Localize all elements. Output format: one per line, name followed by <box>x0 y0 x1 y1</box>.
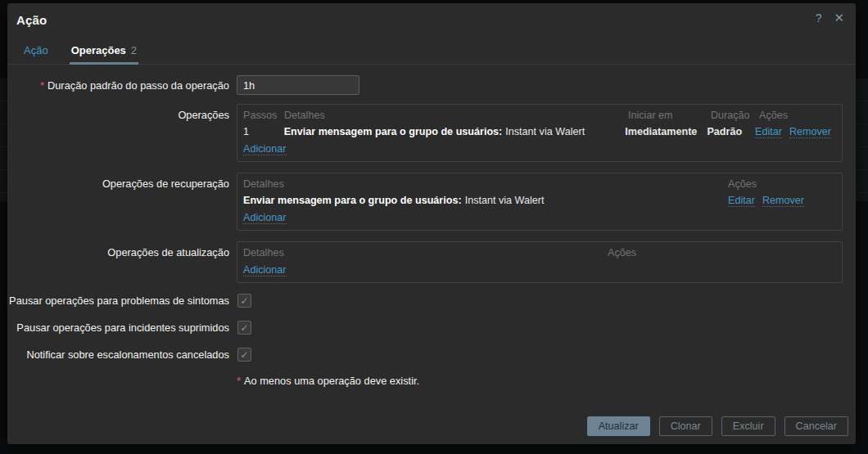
operations-table: Passos Detalhes Iniciar em Duração Ações… <box>237 104 843 162</box>
pause-suppressed-label: Pausar operações para incidentes suprimi… <box>7 321 237 335</box>
pause-symptom-checkbox[interactable]: ✓ <box>237 294 251 308</box>
update-operations-row: Operações de atualização Detalhes Ações … <box>7 241 856 283</box>
update-add-row: Adicionar <box>237 260 842 282</box>
recovery-details-type: Enviar mensagem para o grupo de usuários… <box>243 195 462 206</box>
operations-form: *Duração padrão do passo da operação Ope… <box>7 65 856 387</box>
notify-cancelled-checkbox[interactable]: ✓ <box>237 348 251 362</box>
update-button[interactable]: Atualizar <box>587 416 650 436</box>
notify-cancelled-label: Notificar sobre escalonamentos cancelado… <box>7 348 237 362</box>
notify-cancelled-row: Notificar sobre escalonamentos cancelado… <box>7 348 856 362</box>
dialog-title: Ação <box>16 13 47 27</box>
operation-step: 1 <box>237 123 278 139</box>
header-acoes: Ações <box>753 105 842 123</box>
help-icon[interactable]: ? <box>816 11 822 25</box>
operation-table-row: 1 Enviar mensagem para o grupo de usuári… <box>237 123 842 139</box>
recovery-operations-label: Operações de recuperação <box>7 173 237 191</box>
dialog-header: Ação ? ✕ <box>7 3 856 27</box>
operations-table-header: Passos Detalhes Iniciar em Duração Ações <box>237 105 842 123</box>
pause-symptom-label: Pausar operações para problemas de sinto… <box>7 294 237 308</box>
recovery-add-row: Adicionar <box>237 208 842 230</box>
tab-acao-label: Ação <box>24 44 48 56</box>
header-detalhes: Detalhes <box>237 173 722 191</box>
recovery-details: Enviar mensagem para o grupo de usuários… <box>237 191 722 208</box>
delete-button[interactable]: Excluir <box>721 416 775 436</box>
close-icon[interactable]: ✕ <box>834 11 844 25</box>
required-marker: * <box>40 79 44 92</box>
operation-details: Enviar mensagem para o grupo de usuários… <box>278 123 620 139</box>
add-operation-link[interactable]: Adicionar <box>243 143 287 155</box>
recovery-operations-row: Operações de recuperação Detalhes Ações … <box>7 173 856 231</box>
tab-acao[interactable]: Ação <box>22 44 50 65</box>
recovery-table-header: Detalhes Ações <box>237 173 842 191</box>
remove-operation-link[interactable]: Remover <box>789 126 831 138</box>
required-marker: * <box>237 375 241 387</box>
update-operations-label: Operações de atualização <box>7 241 237 259</box>
header-detalhes: Detalhes <box>278 105 622 123</box>
operation-start-in: Imediatamente <box>619 123 701 139</box>
tab-bar: Ação Operações2 <box>7 44 856 65</box>
header-acoes: Ações <box>722 173 842 191</box>
duration-label-text: Duração padrão do passo da operação <box>47 79 229 92</box>
required-note-text: Ao menos uma operação deve existir. <box>244 375 419 387</box>
update-operations-table: Detalhes Ações Adicionar <box>237 241 843 283</box>
recovery-actions: EditarRemover <box>722 191 842 208</box>
update-table-header: Detalhes Ações <box>237 242 842 260</box>
pause-symptom-row: Pausar operações para problemas de sinto… <box>7 294 856 308</box>
edit-operation-link[interactable]: Editar <box>755 126 782 138</box>
check-icon: ✓ <box>240 350 248 360</box>
header-passos: Passos <box>237 105 278 123</box>
duration-row: *Duração padrão do passo da operação <box>7 75 856 95</box>
header-detalhes: Detalhes <box>237 242 602 260</box>
recovery-table-row: Enviar mensagem para o grupo de usuários… <box>237 191 842 208</box>
tab-count-badge: 2 <box>131 44 137 56</box>
screen: Ação ? ✕ Ação Operações2 *Duração padrão… <box>0 0 868 454</box>
operations-row: Operações Passos Detalhes Iniciar em Dur… <box>7 104 856 162</box>
dialog-footer: Atualizar Clonar Excluir Cancelar <box>587 416 848 436</box>
operation-details-type: Enviar mensagem para o grupo de usuários… <box>284 126 503 137</box>
required-note: *Ao menos uma operação deve existir. <box>237 375 856 387</box>
cancel-button[interactable]: Cancelar <box>784 416 848 436</box>
header-acoes: Ações <box>602 242 842 260</box>
action-dialog: Ação ? ✕ Ação Operações2 *Duração padrão… <box>7 3 856 444</box>
duration-label: *Duração padrão do passo da operação <box>7 75 237 92</box>
check-icon: ✓ <box>240 296 248 306</box>
recovery-details-target: Instant via Walert <box>465 195 545 206</box>
edit-recovery-link[interactable]: Editar <box>728 195 755 207</box>
add-recovery-link[interactable]: Adicionar <box>243 212 287 224</box>
clone-button[interactable]: Clonar <box>659 416 712 436</box>
tab-operacoes[interactable]: Operações2 <box>70 44 138 65</box>
duration-input[interactable] <box>237 75 359 95</box>
note-row: *Ao menos uma operação deve existir. <box>7 375 856 387</box>
pause-suppressed-checkbox[interactable]: ✓ <box>237 321 251 335</box>
recovery-operations-table: Detalhes Ações Enviar mensagem para o gr… <box>237 173 843 231</box>
tab-operacoes-label: Operações <box>71 44 126 56</box>
pause-suppressed-row: Pausar operações para incidentes suprimi… <box>7 321 856 335</box>
operations-label: Operações <box>7 104 237 122</box>
add-update-link[interactable]: Adicionar <box>243 264 287 276</box>
operation-actions: EditarRemover <box>749 123 842 139</box>
check-icon: ✓ <box>240 323 248 333</box>
header-iniciar-em: Iniciar em <box>622 105 705 123</box>
header-duracao: Duração <box>705 105 753 123</box>
dialog-header-icons: ? ✕ <box>816 11 844 25</box>
operations-add-row: Adicionar <box>237 139 842 161</box>
operation-duration: Padrão <box>701 123 749 139</box>
operation-details-target: Instant via Walert <box>505 126 585 137</box>
remove-recovery-link[interactable]: Remover <box>762 195 804 207</box>
